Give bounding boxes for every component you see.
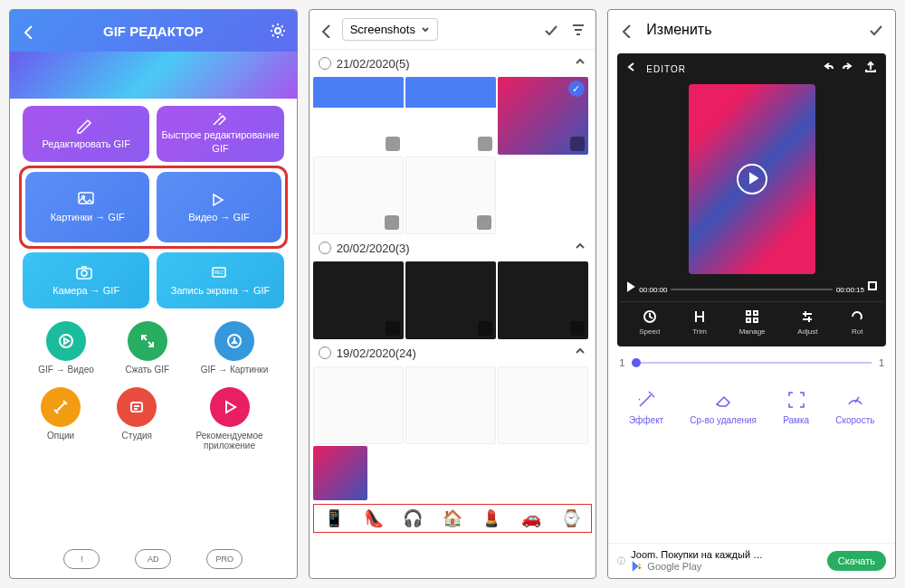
tool-rotate[interactable]: Rot	[850, 309, 864, 336]
seek-bar[interactable]	[671, 289, 832, 290]
emoji-item[interactable]: 🎧	[403, 508, 423, 528]
ad-marker-icon: ⓘ	[617, 555, 625, 567]
tile-camera-to-gif[interactable]: Камера → GIF	[23, 252, 149, 308]
tile-video-to-gif[interactable]: Видео → GIF	[157, 172, 281, 242]
studio-icon	[128, 398, 146, 416]
thumbnail-selected[interactable]: ✓	[498, 77, 588, 155]
ad-banner[interactable]: ⓘ Joom. Покупки на каждый … Google Play …	[608, 543, 895, 578]
pro-button[interactable]: PRO	[206, 549, 243, 569]
back-icon[interactable]	[619, 22, 635, 38]
date-group-1[interactable]: 21/02/2020(5)	[310, 50, 596, 77]
eraser-icon	[713, 390, 733, 410]
tool-options[interactable]: Опции	[41, 387, 81, 450]
settings-icon[interactable]	[270, 23, 286, 39]
select-all-radio[interactable]	[319, 57, 331, 70]
ad-text: Joom. Покупки на каждый … Google Play	[631, 549, 763, 573]
tool-gif-to-images[interactable]: GIF → Картинки	[201, 321, 269, 375]
tool-eraser[interactable]: Ср-во удаления	[690, 390, 757, 425]
image-icon	[77, 191, 99, 207]
extract-icon	[225, 332, 243, 350]
expand-icon[interactable]	[570, 137, 585, 151]
tile-quick-edit[interactable]: Быстрое редактирование GIF	[157, 106, 283, 162]
emoji-item[interactable]: 👠	[364, 508, 384, 528]
timeline[interactable]: 00:00:00 00:00:15	[621, 278, 882, 301]
tools-row-2: Опции Студия Рекомендуемое приложение	[23, 387, 284, 450]
play-button[interactable]	[737, 164, 767, 194]
thumbnail[interactable]	[405, 156, 496, 234]
confirm-icon[interactable]	[543, 22, 559, 38]
confirm-icon[interactable]	[868, 22, 884, 38]
emoji-item[interactable]: ⌚	[561, 508, 581, 528]
frame-icon	[786, 390, 806, 410]
tool-speed[interactable]: Speed	[639, 309, 660, 336]
expand-icon[interactable]	[477, 215, 491, 230]
chevron-up-icon[interactable]	[574, 55, 586, 71]
thumbnail[interactable]	[313, 156, 404, 234]
tool-adjust[interactable]: Adjust	[797, 309, 817, 336]
thumbnail[interactable]	[313, 261, 404, 339]
tool-manage[interactable]: Manage	[739, 309, 766, 336]
svg-rect-14	[747, 318, 750, 322]
undo-icon[interactable]	[821, 61, 834, 77]
video-icon	[208, 191, 230, 207]
redo-icon[interactable]	[843, 61, 855, 77]
tile-label: Быстрое редактирование GIF	[160, 128, 280, 155]
back-icon[interactable]	[21, 23, 37, 39]
tool-trim[interactable]: Trim	[692, 309, 707, 336]
thumbnail[interactable]	[498, 261, 588, 339]
frame-slider[interactable]: 1 1	[608, 350, 895, 375]
chevron-up-icon[interactable]	[574, 345, 586, 361]
thumbnail[interactable]	[405, 261, 496, 339]
select-all-radio[interactable]	[319, 242, 331, 254]
play-icon[interactable]	[626, 281, 635, 298]
slider-track[interactable]	[632, 362, 871, 364]
tiles-row-edit: Редактировать GIF Быстрое редактирование…	[23, 106, 284, 162]
info-button[interactable]: !	[63, 549, 100, 569]
thumbnail[interactable]	[313, 446, 367, 500]
thumbnail[interactable]	[498, 366, 588, 444]
back-icon[interactable]	[319, 22, 335, 38]
slider-handle[interactable]	[632, 358, 641, 367]
emoji-item[interactable]: 🚗	[521, 508, 541, 528]
expand-icon[interactable]	[385, 215, 399, 230]
footer-buttons: ! AD PRO	[10, 544, 297, 578]
back-icon[interactable]	[626, 61, 637, 77]
emoji-item[interactable]: 💄	[481, 508, 501, 528]
chevron-up-icon[interactable]	[574, 240, 586, 256]
tile-edit-gif[interactable]: Редактировать GIF	[23, 106, 149, 162]
grid-icon	[745, 309, 759, 324]
expand-icon[interactable]	[386, 137, 400, 151]
tool-gif-to-video[interactable]: GIF → Видео	[38, 321, 93, 375]
tool-frame[interactable]: Рамка	[783, 390, 809, 425]
emoji-item[interactable]: 📱	[324, 508, 344, 528]
thumbnail[interactable]	[405, 366, 496, 444]
expand-icon[interactable]	[478, 321, 492, 336]
select-all-radio[interactable]	[319, 346, 331, 359]
tile-images-to-gif[interactable]: Картинки → GIF	[25, 172, 149, 242]
tool-effect[interactable]: Эффект	[629, 390, 663, 425]
tool-speed[interactable]: Скорость	[835, 390, 874, 425]
tile-screen-rec[interactable]: REC Запись экрана → GIF	[157, 252, 283, 308]
date-group-2[interactable]: 20/02/2020(3)	[310, 234, 596, 261]
rec-icon: REC	[210, 264, 232, 280]
thumbnail[interactable]	[313, 366, 404, 444]
svg-rect-10	[869, 282, 876, 289]
chevron-down-icon	[421, 25, 430, 34]
filter-icon[interactable]	[570, 22, 586, 38]
fullscreen-icon[interactable]	[868, 281, 877, 298]
expand-icon[interactable]	[570, 321, 585, 336]
tool-recommended[interactable]: Рекомендуемое приложение	[194, 387, 266, 450]
expand-icon[interactable]	[386, 321, 400, 336]
date-group-3[interactable]: 19/02/2020(24)	[310, 339, 596, 366]
emoji-item[interactable]: 🏠	[443, 508, 462, 528]
export-icon[interactable]	[864, 61, 877, 77]
tool-studio[interactable]: Студия	[117, 387, 157, 450]
ad-button[interactable]: AD	[135, 549, 171, 569]
thumbnail[interactable]	[405, 77, 496, 155]
time-end: 00:00:15	[836, 286, 864, 294]
tool-compress[interactable]: Сжать GIF	[125, 321, 169, 375]
folder-dropdown[interactable]: Screenshots	[342, 18, 438, 41]
thumbnail[interactable]	[313, 77, 404, 155]
download-button[interactable]: Скачать	[827, 551, 886, 571]
expand-icon[interactable]	[478, 137, 492, 151]
